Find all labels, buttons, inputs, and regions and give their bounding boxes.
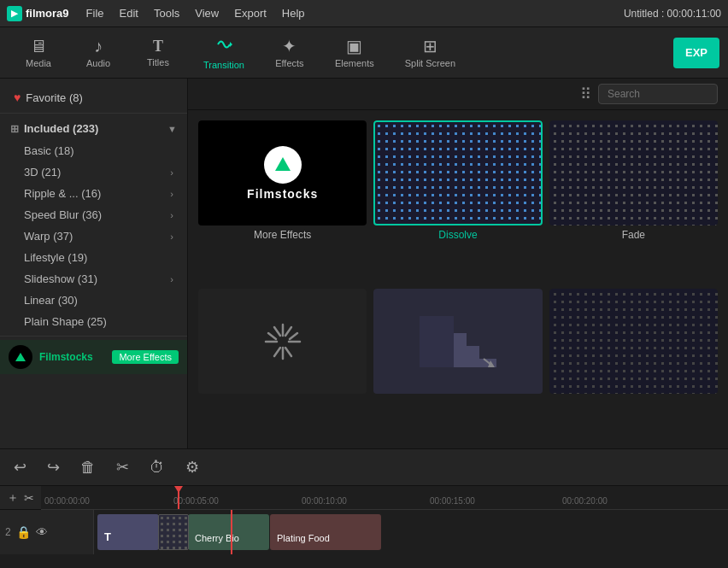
toolbar: 🖥 Media ♪ Audio T Titles Transition ✦ Ef… (0, 27, 728, 79)
tool-elements[interactable]: ▣ Elements (320, 32, 390, 73)
transition-item-more-effects[interactable]: Filmstocks More Effects (198, 120, 367, 282)
clip-plating[interactable]: Plating Food (270, 514, 381, 550)
chevron-right-icon: › (170, 167, 173, 178)
app-logo: ▶ filmora9 (7, 6, 69, 21)
filmstocks-thumb: Filmstocks (198, 120, 367, 225)
timer-icon[interactable]: ⏱ (146, 455, 168, 480)
delete-icon[interactable]: 🗑 (77, 455, 99, 480)
tool-audio-label: Audio (86, 58, 110, 68)
action-bar: ↩ ↪ 🗑 ✂ ⏱ ⚙ (0, 448, 728, 486)
ruler-mark-1: 00:00:05:00 (173, 496, 219, 506)
sidebar-item-slideshow[interactable]: Slideshow (31) › (0, 268, 187, 290)
transition-marker (158, 514, 189, 550)
tool-transition[interactable]: Transition (188, 30, 260, 75)
sidebar-item-favorite[interactable]: ♥ Favorite (8) (0, 85, 187, 109)
tool-transition-label: Transition (203, 60, 244, 70)
stair-svg (420, 316, 496, 367)
content-toolbar: ⠿ (188, 79, 728, 110)
filmstocks-logo-icon (264, 146, 302, 184)
chevron-down-icon: ▼ (167, 124, 177, 134)
sidebar-group-included[interactable]: ⊞ Included (233) ▼ (0, 117, 187, 140)
menu-view[interactable]: View (188, 5, 226, 21)
transition-icon (214, 35, 233, 56)
clip-t[interactable]: T (97, 514, 159, 550)
track-content[interactable]: T Cherry Bio Plating Food (94, 510, 728, 554)
sidebar-item-linear-label: Linear (30) (24, 294, 78, 307)
sidebar-item-linear[interactable]: Linear (30) (0, 290, 187, 311)
sidebar-item-ripple-label: Ripple & ... (16) (24, 187, 101, 200)
svg-line-8 (274, 348, 280, 356)
split-screen-icon: ⊞ (423, 38, 437, 55)
sidebar-item-warp[interactable]: Warp (37) › (0, 225, 187, 247)
undo-icon[interactable]: ↩ (10, 454, 30, 480)
sidebar-divider (0, 113, 187, 114)
more-effects-button[interactable]: More Effects (112, 350, 179, 364)
menu-file[interactable]: File (79, 5, 111, 21)
sidebar-item-ripple[interactable]: Ripple & ... (16) › (0, 183, 187, 204)
transition-item-spin[interactable] (198, 289, 367, 438)
grid-dots-icon[interactable]: ⠿ (580, 85, 591, 103)
content-area: ⠿ Filmstocks More Effects Dissolve (188, 79, 728, 448)
eye-icon[interactable]: 👁 (36, 525, 48, 539)
clip-cherry-label: Cherry Bio (191, 530, 243, 547)
sidebar-item-plain-shape[interactable]: Plain Shape (25) (0, 311, 187, 332)
arrow-thumb (549, 289, 718, 394)
clip-plating-label: Plating Food (273, 530, 333, 547)
svg-line-7 (285, 348, 291, 356)
export-button[interactable]: EXP (673, 38, 719, 68)
tool-titles-label: Titles (147, 57, 169, 67)
sidebar-item-speed-blur[interactable]: Speed Blur (36) › (0, 204, 187, 225)
tool-split-screen-label: Split Screen (405, 58, 455, 68)
ruler-mark-2: 00:00:10:00 (302, 496, 347, 506)
tool-media[interactable]: 🖥 Media (9, 32, 68, 73)
menu-export[interactable]: Export (227, 5, 273, 21)
sidebar-filmstocks[interactable]: Filmstocks More Effects (0, 340, 187, 374)
spin-thumb (198, 289, 367, 394)
cut-icon[interactable]: ✂ (113, 454, 132, 480)
track-controls: 2 🔒 👁 (0, 510, 94, 554)
menu-edit[interactable]: Edit (113, 5, 145, 21)
effects-icon: ✦ (282, 38, 296, 55)
playhead-arrow (174, 486, 183, 493)
tool-split-screen[interactable]: ⊞ Split Screen (390, 32, 471, 73)
timeline-tracks: 2 🔒 👁 T Cherry Bio Plating Food (0, 510, 728, 554)
chevron-right-icon: › (170, 231, 173, 242)
media-icon: 🖥 (30, 38, 47, 55)
menu-tools[interactable]: Tools (147, 5, 186, 21)
transition-item-stair[interactable] (373, 289, 542, 438)
tool-elements-label: Elements (335, 58, 374, 68)
fade-thumb (549, 120, 718, 225)
track-number: 2 (5, 526, 11, 538)
redo-icon[interactable]: ↪ (44, 454, 63, 480)
timeline-add-track-icon[interactable]: ＋ (7, 490, 19, 506)
sidebar-item-3d[interactable]: 3D (21) › (0, 161, 187, 183)
chevron-right-icon: › (170, 274, 173, 284)
search-input[interactable] (598, 84, 718, 104)
transition-item-dissolve[interactable]: Dissolve (373, 120, 542, 282)
timeline-controls: ＋ ✂ (0, 490, 41, 506)
transition-dissolve-label: Dissolve (438, 229, 477, 241)
tool-audio[interactable]: ♪ Audio (68, 32, 128, 73)
tool-titles[interactable]: T Titles (128, 33, 188, 73)
tool-effects-label: Effects (275, 58, 303, 68)
spin-svg (261, 320, 304, 363)
transition-item-fade[interactable]: Fade (549, 120, 718, 282)
svg-line-3 (290, 333, 297, 339)
transition-item-arrow[interactable] (549, 289, 718, 438)
tool-effects[interactable]: ✦ Effects (260, 32, 320, 73)
sidebar-item-speed-blur-label: Speed Blur (36) (24, 208, 102, 221)
lock-icon[interactable]: 🔒 (16, 525, 31, 539)
filmstocks-logo (9, 345, 32, 369)
transition-more-effects-label: More Effects (254, 229, 311, 241)
settings-icon[interactable]: ⚙ (182, 454, 203, 480)
sidebar-item-basic[interactable]: Basic (18) (0, 140, 187, 161)
heart-icon: ♥ (14, 91, 21, 104)
menu-help[interactable]: Help (275, 5, 312, 21)
clip-cherry[interactable]: Cherry Bio (188, 514, 269, 550)
svg-line-5 (268, 333, 276, 339)
transition-fade-label: Fade (622, 229, 645, 241)
timeline-scissors-icon[interactable]: ✂ (24, 491, 34, 505)
timeline-playhead-track (231, 510, 232, 554)
timeline: ＋ ✂ 00:00:00:00 00:00:05:00 00:00:10:00 … (0, 486, 728, 554)
sidebar-item-lifestyle[interactable]: Lifestyle (19) (0, 247, 187, 268)
